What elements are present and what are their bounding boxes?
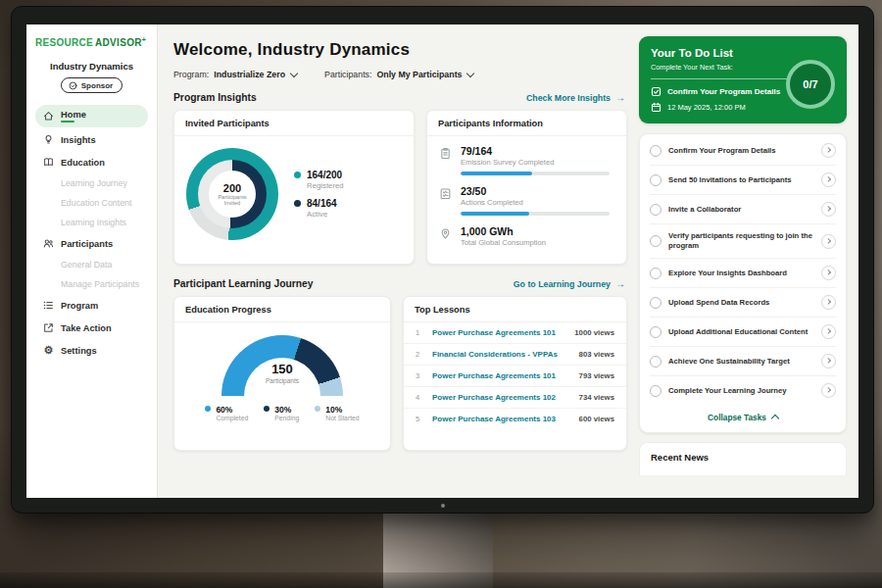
sidebar-item-take-action[interactable]: Take Action [35, 318, 148, 338]
check-more-insights-link[interactable]: Check More Insights → [526, 92, 625, 103]
sidebar-item-label: Insights [61, 135, 96, 145]
legend-pending: 30% Pending [264, 405, 299, 421]
sidebar-item-label: Home [61, 110, 86, 122]
todo-task-row[interactable]: Explore Your Insights Dashboard [650, 259, 836, 288]
todo-task-row[interactable]: Confirm Your Program Details [650, 136, 836, 166]
due-date-label: 12 May 2025, 12:00 PM [667, 103, 746, 112]
task-checkbox[interactable] [650, 145, 662, 157]
sidebar-item-label: Participants [61, 239, 113, 249]
todo-task-row[interactable]: Upload Additional Educational Content [650, 318, 836, 347]
todo-task-row[interactable]: Upload Spend Data Records [650, 288, 836, 318]
lesson-title-link[interactable]: Power Purchase Agreements 103 [432, 415, 570, 423]
sidebar-item-learning-journey[interactable]: Learning Journey [35, 174, 148, 192]
info-value: 79/164 [461, 145, 610, 157]
sidebar-item-education-content[interactable]: Education Content [35, 194, 148, 212]
task-label: Confirm Your Program Details [668, 146, 814, 156]
legend-label: Not Started [325, 415, 359, 421]
sponsor-badge[interactable]: Sponsor [61, 77, 122, 93]
info-row-actions: 23/50 Actions Completed [427, 176, 626, 217]
main-area: Welcome, Industry Dynamics Program: Indu… [158, 24, 637, 498]
donut-center: 200 Participants Invited [209, 171, 256, 218]
sidebar-item-insights[interactable]: Insights [35, 129, 148, 150]
task-checkbox[interactable] [650, 268, 662, 279]
actions-progress-bar [461, 212, 610, 216]
todo-task-row[interactable]: Send 50 Invitations to Participants [650, 166, 836, 195]
next-task-row[interactable]: Confirm Your Program Details [651, 78, 788, 102]
lesson-title-link[interactable]: Power Purchase Agreements 101 [432, 328, 565, 337]
sidebar-item-label: Learning Journey [61, 178, 127, 188]
lesson-title-link[interactable]: Power Purchase Agreements 102 [432, 393, 570, 402]
gear-icon: ⚙ [43, 345, 54, 356]
power-led [441, 504, 445, 508]
education-progress-card: Education Progress 150 Participants [173, 296, 391, 451]
sidebar-item-participants[interactable]: Participants [35, 233, 148, 254]
sidebar-item-home[interactable]: Home [35, 105, 148, 127]
task-checkbox[interactable] [650, 356, 662, 368]
sponsor-badge-label: Sponsor [81, 81, 113, 90]
info-value: 23/50 [461, 185, 610, 197]
people-icon [43, 238, 54, 249]
lesson-rank: 1 [416, 328, 423, 337]
program-dropdown[interactable]: Program: Industrialize Zero [173, 70, 297, 79]
lesson-title-link[interactable]: Power Purchase Agreements 101 [432, 371, 570, 380]
lesson-views: 600 views [579, 415, 614, 423]
sidebar-item-program[interactable]: Program [35, 295, 148, 316]
lesson-rank: 3 [416, 371, 423, 380]
sidebar-item-label: Manage Participants [61, 279, 139, 289]
logo-resource: RESOURCE [35, 37, 93, 48]
chevron-down-icon [290, 70, 298, 77]
todo-task-row[interactable]: Complete Your Learning Journey [650, 376, 836, 405]
todo-title: Your To Do List [651, 47, 835, 59]
todo-card: Your To Do List Complete Your Next Task:… [639, 36, 847, 123]
sidebar-item-general-data[interactable]: General Data [35, 256, 148, 273]
task-label: Explore Your Insights Dashboard [668, 269, 814, 278]
task-checkbox[interactable] [650, 174, 662, 186]
sidebar-item-label: Learning Insights [61, 218, 126, 227]
task-checkbox[interactable] [650, 326, 662, 338]
task-checkbox[interactable] [650, 204, 662, 216]
legend-dot [294, 172, 301, 178]
task-checkbox[interactable] [650, 385, 662, 397]
go-to-learning-journey-link[interactable]: Go to Learning Journey → [514, 278, 625, 289]
invited-participants-card: Invited Participants 200 Participants In… [173, 110, 415, 265]
sidebar-item-education[interactable]: Education [35, 152, 148, 172]
org-name: Industry Dynamics [35, 61, 148, 72]
lesson-rank: 2 [416, 350, 423, 359]
chevron-right-icon [821, 202, 836, 217]
task-checkbox[interactable] [650, 235, 662, 247]
app-logo: RESOURCEADVISOR+ [35, 36, 148, 48]
task-checkbox[interactable] [650, 297, 662, 309]
learning-cards-row: Education Progress 150 Participants [173, 296, 627, 451]
lesson-title-link[interactable]: Financial Considerations - VPPAs [432, 350, 570, 359]
legend-completed: 60% Completed [205, 405, 248, 421]
link-label: Go to Learning Journey [514, 279, 611, 289]
participants-label: Participants: [324, 70, 371, 79]
content-area: Welcome, Industry Dynamics Program: Indu… [158, 24, 858, 498]
sidebar-item-manage-participants[interactable]: Manage Participants [35, 275, 148, 293]
sidebar-item-label: Education [61, 158, 105, 168]
chevron-up-icon [771, 415, 779, 422]
education-gauge-body: 150 Participants 60% C [174, 322, 390, 421]
todo-task-row[interactable]: Achieve One Sustainability Target [650, 347, 836, 376]
lesson-row: 5 Power Purchase Agreements 103 600 view… [404, 409, 626, 429]
gauge-center-value: 150 [221, 362, 343, 376]
sidebar-item-learning-insights[interactable]: Learning Insights [35, 214, 148, 231]
checkbox-icon [651, 86, 662, 97]
task-label: Verify participants requesting to join t… [668, 231, 814, 251]
todo-panel: Your To Do List Complete Your Next Task:… [637, 24, 858, 498]
lesson-views: 1000 views [574, 328, 614, 337]
sidebar-item-settings[interactable]: ⚙ Settings [35, 340, 148, 361]
todo-task-row[interactable]: Invite a Collaborator [650, 195, 836, 224]
participants-information-card: Participants Information 79/164 Emission… [426, 110, 627, 265]
sponsor-check-icon [69, 81, 77, 90]
collapse-tasks-button[interactable]: Collapse Tasks [650, 405, 836, 430]
participants-dropdown[interactable]: Participants: Only My Participants [324, 70, 473, 79]
todo-task-row[interactable]: Verify participants requesting to join t… [650, 224, 836, 259]
gauge-center: 150 Participants [221, 362, 343, 384]
info-label: Emission Survey Completed [461, 158, 610, 167]
legend-not-started: 10% Not Started [315, 405, 359, 421]
invited-donut-body: 200 Participants Invited [174, 136, 414, 240]
legend-dot [205, 406, 211, 412]
info-value: 1,000 GWh [461, 225, 546, 237]
card-title: Top Lessons [404, 297, 626, 322]
